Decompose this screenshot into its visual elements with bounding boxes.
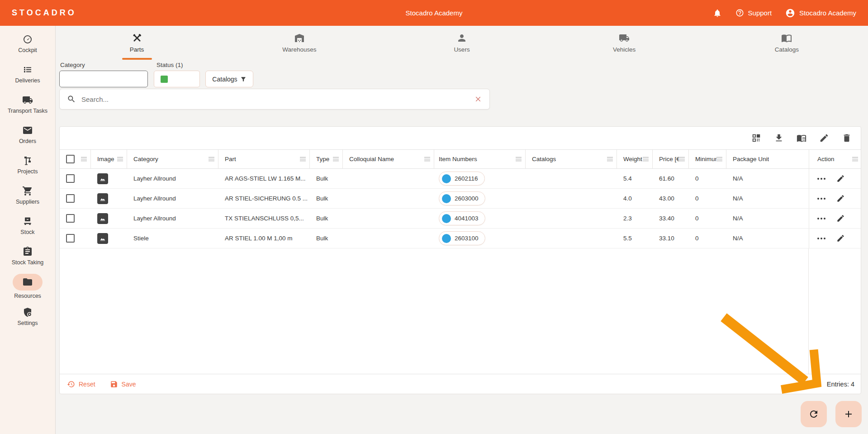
column-menu-icon[interactable] [117,157,123,162]
cell-type: Bulk [309,169,342,188]
tab-parts[interactable]: Parts [56,26,218,60]
column-label: Action [817,156,835,162]
sidebar-item-resources[interactable]: Resources [0,271,55,301]
row-more-button[interactable] [817,178,825,180]
category-filter-input[interactable] [59,71,148,87]
cell-package-unit: N/A [726,209,809,228]
sidebar-label: Resources [14,293,41,299]
column-label: Minimum [695,156,716,162]
item-number-chip[interactable]: 2602116 [439,172,485,186]
cell-part: AR STIEL-SICHERUNG 0.5 ... [218,189,309,208]
person-icon [456,33,467,43]
row-checkbox[interactable] [66,234,75,243]
edit-icon [836,194,845,203]
notifications-button[interactable] [713,9,722,18]
reset-button[interactable]: Reset [67,380,95,388]
tab-warehouses[interactable]: Warehouses [218,26,380,60]
tab-catalogs[interactable]: Catalogs [706,26,868,60]
column-menu-icon[interactable] [716,157,722,162]
column-menu-icon[interactable] [424,157,430,162]
column-menu-icon[interactable] [607,157,613,162]
item-number-chip[interactable]: 4041003 [439,211,485,225]
refresh-icon [808,409,819,420]
column-menu-icon[interactable] [852,157,858,162]
row-checkbox[interactable] [66,174,75,183]
row-checkbox[interactable] [66,194,75,203]
save-button[interactable]: Save [110,380,136,388]
row-edit-button[interactable] [836,194,845,203]
tab-users[interactable]: Users [380,26,543,60]
column-menu-icon[interactable] [516,157,522,162]
column-menu-icon[interactable] [643,157,649,162]
column-label: Catalogs [532,156,556,162]
support-button[interactable]: Support [735,9,772,17]
grid-view-icon[interactable] [751,133,761,143]
download-icon[interactable] [774,133,784,143]
sidebar-item-transport-tasks[interactable]: Transport Tasks [0,89,55,119]
catalog-book-icon[interactable] [797,133,806,143]
header-item-numbers: Item Numbers [434,150,525,168]
cell-minimum: 0 [688,169,726,188]
support-label: Support [748,9,772,17]
table-row: Layher Allround AR STIEL-SICHERUNG 0.5 .… [60,189,861,209]
clipboard-icon [22,246,33,257]
header-weight: Weight [617,150,652,168]
sidebar-item-orders[interactable]: Orders [0,119,55,150]
catalogs-filter-button[interactable]: Catalogs [205,71,253,87]
column-menu-icon[interactable] [679,157,685,162]
cell-price: 61.60 [652,169,688,188]
sidebar-item-settings[interactable]: Settings [0,301,55,332]
part-image-thumbnail[interactable] [97,233,108,244]
cell-category: Layher Allround [127,189,218,208]
part-image-thumbnail[interactable] [97,173,108,184]
status-filter[interactable] [154,71,200,87]
sidebar-item-projects[interactable]: Projects [0,150,55,180]
row-edit-button[interactable] [836,214,845,223]
cell-colloquial-name [342,229,434,248]
search-bar [59,89,490,110]
column-menu-icon[interactable] [300,157,306,162]
plus-icon [843,409,854,420]
sidebar-item-deliveries[interactable]: Deliveries [0,59,55,89]
add-fab[interactable] [835,401,862,427]
item-number: 2603000 [455,195,479,202]
row-checkbox[interactable] [66,214,75,223]
sidebar-item-suppliers[interactable]: Suppliers [0,180,55,210]
restore-icon [67,380,75,388]
crane-icon [22,155,33,166]
row-more-button[interactable] [817,238,825,239]
account-button[interactable]: Stocadro Academy [785,8,856,18]
search-input[interactable] [81,95,474,103]
sidebar-label: Projects [17,168,38,175]
item-number-chip[interactable]: 2603100 [439,231,485,245]
cell-package-unit: N/A [726,229,809,248]
sidebar-label: Deliveries [15,77,40,84]
column-menu-icon[interactable] [209,157,214,162]
tab-label: Users [454,46,470,53]
sidebar-item-stock[interactable]: Stock [0,210,55,241]
clear-search-button[interactable] [474,95,482,103]
row-edit-button[interactable] [836,174,845,183]
part-image-thumbnail[interactable] [97,213,108,224]
column-label: Part [225,156,236,162]
sidebar: Cockpit Deliveries Transport Tasks Order… [0,26,56,434]
cell-catalogs [525,169,617,188]
part-image-thumbnail[interactable] [97,193,108,204]
table-row: Layher Allround AR AGS-STIEL LW 1.165 M.… [60,169,861,189]
row-more-button[interactable] [817,198,825,200]
edit-icon[interactable] [819,133,829,143]
row-edit-button[interactable] [836,234,845,243]
sidebar-item-stock-taking[interactable]: Stock Taking [0,241,55,271]
column-menu-icon[interactable] [333,157,339,162]
refresh-fab[interactable] [801,401,827,427]
item-number-chip[interactable]: 2603000 [439,191,485,205]
row-more-button[interactable] [817,218,825,219]
sidebar-item-cockpit[interactable]: Cockpit [0,29,55,59]
search-icon [67,95,76,104]
delete-icon[interactable] [842,133,852,143]
column-menu-icon[interactable] [81,157,87,162]
tab-vehicles[interactable]: Vehicles [543,26,706,60]
pallet-icon [22,216,33,227]
select-all-checkbox[interactable] [66,155,75,163]
parts-table-card: Image Category Part Type Colloquial Name… [59,126,861,394]
